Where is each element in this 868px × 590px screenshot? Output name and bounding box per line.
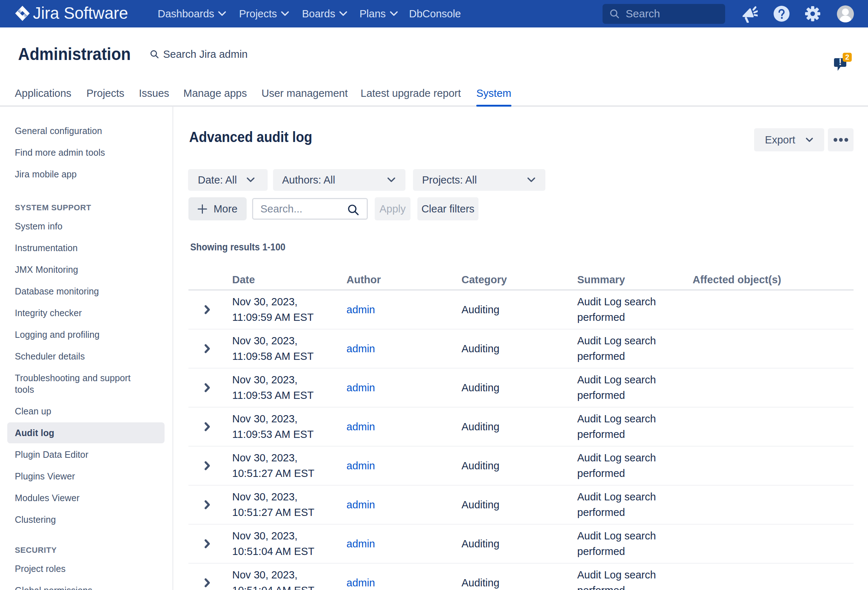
- svg-text:!: !: [839, 56, 842, 67]
- svg-text:2: 2: [845, 53, 849, 61]
